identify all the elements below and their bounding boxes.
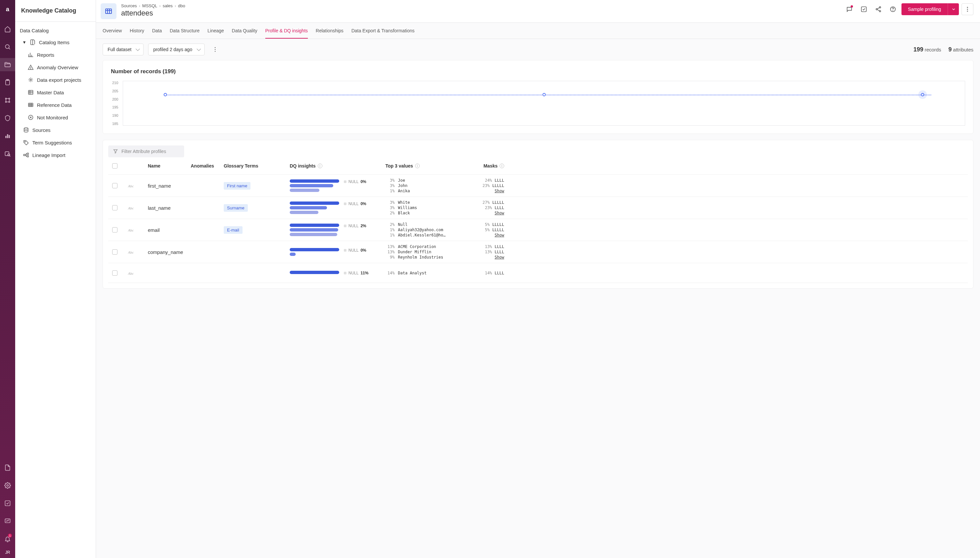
tree-item-data-export-projects[interactable]: Data export projects	[15, 74, 96, 86]
row-checkbox[interactable]	[112, 205, 117, 210]
notification-dot	[851, 5, 853, 8]
glossary-chip[interactable]: Surname	[224, 204, 248, 212]
tree-item-sources[interactable]: Sources	[15, 124, 96, 136]
tree-section-label[interactable]: Data Catalog	[15, 28, 96, 33]
tree-item-reports[interactable]: Reports	[15, 48, 96, 61]
svg-point-3	[5, 98, 6, 99]
row-checkbox[interactable]	[112, 227, 117, 233]
table-row[interactable]: Abclast_nameSurnameNULL0%3%White3%Willia…	[108, 197, 968, 219]
rail-nodes-icon[interactable]	[0, 94, 15, 107]
tree-item-term-suggestions[interactable]: Term Suggestions	[15, 136, 96, 149]
table-row[interactable]: AbcNULL11%14%Data Analyst14%LLLL	[108, 263, 968, 283]
svg-point-35	[214, 47, 215, 48]
rail-shield-icon[interactable]	[0, 112, 15, 125]
breadcrumb-item[interactable]: dbo	[178, 3, 186, 8]
show-link[interactable]: Show	[495, 255, 504, 259]
tree-item-lineage-import[interactable]: Lineage Import	[15, 149, 96, 161]
info-icon[interactable]: i	[415, 164, 420, 168]
svg-point-0	[5, 44, 9, 48]
approve-button[interactable]	[858, 3, 870, 15]
rail-check-icon[interactable]	[0, 497, 15, 510]
tab-profile-dq-insights[interactable]: Profile & DQ insights	[265, 23, 308, 39]
info-icon[interactable]: i	[500, 164, 504, 168]
table-row[interactable]: Abccompany_nameNULL0%13%ACME Corporation…	[108, 241, 968, 263]
share-button[interactable]	[872, 3, 884, 15]
glossary-chip[interactable]: E-mail	[224, 226, 243, 234]
rail-avatar[interactable]: JR	[5, 550, 10, 555]
tree-item-reference-data[interactable]: Reference Data	[15, 98, 96, 111]
rail-analytics-icon[interactable]	[0, 129, 15, 143]
breadcrumb-item[interactable]: MSSQL	[142, 3, 158, 8]
comment-button[interactable]	[844, 3, 855, 15]
svg-rect-17	[28, 90, 33, 94]
more-button[interactable]	[962, 3, 973, 15]
help-button[interactable]	[887, 3, 899, 15]
col-masks[interactable]: Masksi	[461, 163, 504, 169]
filter-input[interactable]: Filter Attribute profiles	[108, 145, 184, 157]
rail-monitor-icon[interactable]	[0, 514, 15, 528]
breadcrumb-item[interactable]: sales	[163, 3, 173, 8]
masks-col: 5%LLLLL5%LLLLLShow	[461, 222, 504, 238]
show-link[interactable]: Show	[495, 189, 504, 193]
app-logo[interactable]: a	[0, 3, 15, 15]
tree-root-item[interactable]: ▾ Catalog Items	[15, 36, 96, 48]
show-link[interactable]: Show	[495, 233, 504, 238]
glossary-chip[interactable]: First name	[224, 182, 250, 190]
chart-area[interactable]	[123, 81, 965, 126]
page-header: Sources›MSSQL›sales›dbo attendees Sample…	[96, 0, 980, 23]
top3-values: 3%White3%Williams2%Black	[385, 200, 461, 215]
col-top3[interactable]: Top 3 valuesi	[385, 163, 461, 169]
table-row[interactable]: AbcemailE-mailNULL2%2%Null1%Aaliyah32@ya…	[108, 219, 968, 241]
filter-placeholder: Filter Attribute profiles	[122, 149, 166, 154]
tab-overview[interactable]: Overview	[103, 23, 122, 39]
rail-catalog-icon[interactable]	[0, 58, 15, 71]
col-name[interactable]: Name	[148, 163, 191, 169]
tree-item-not-monitored[interactable]: Not Monitored	[15, 111, 96, 124]
tree-item-master-data[interactable]: Master Data	[15, 86, 96, 98]
breadcrumb-sep: ›	[159, 3, 161, 8]
svg-rect-13	[5, 501, 10, 506]
row-checkbox[interactable]	[112, 249, 117, 254]
profiled-select[interactable]: profiled 2 days ago	[148, 44, 204, 56]
flow-icon	[23, 152, 29, 158]
stack-icon	[23, 127, 29, 133]
tab-data-structure[interactable]: Data Structure	[170, 23, 200, 39]
rail-explore-icon[interactable]	[0, 147, 15, 160]
tab-relationships[interactable]: Relationships	[316, 23, 344, 39]
tab-data[interactable]: Data	[152, 23, 162, 39]
col-glossary[interactable]: Glossary Terms	[224, 163, 290, 169]
sample-profiling-caret[interactable]	[948, 3, 959, 15]
select-all-checkbox[interactable]	[112, 163, 117, 169]
toolbar-more-button[interactable]	[209, 44, 221, 56]
tab-data-export-transformations[interactable]: Data Export & Transformations	[352, 23, 414, 39]
sample-profiling-button[interactable]: Sample profiling	[901, 3, 948, 15]
null-indicator: NULL2%	[344, 223, 366, 228]
svg-point-12	[7, 485, 8, 486]
null-indicator: NULL0%	[344, 248, 366, 253]
rail-document-icon[interactable]	[0, 461, 15, 474]
tab-lineage[interactable]: Lineage	[207, 23, 224, 39]
tab-history[interactable]: History	[130, 23, 144, 39]
show-link[interactable]: Show	[495, 211, 504, 215]
table-row[interactable]: Abcfirst_nameFirst nameNULL0%3%Joe3%John…	[108, 175, 968, 197]
chart-point[interactable]	[543, 93, 546, 96]
row-checkbox[interactable]	[112, 183, 117, 188]
breadcrumb-item[interactable]: Sources	[121, 3, 137, 8]
chart-point[interactable]	[164, 93, 167, 96]
tree-item-anomaly-overview[interactable]: Anomaly Overview	[15, 61, 96, 74]
records-count: 199records	[913, 46, 941, 53]
rail-clipboard-icon[interactable]	[0, 76, 15, 89]
rail-search-icon[interactable]	[0, 40, 15, 53]
col-dq[interactable]: DQ insightsi	[290, 163, 385, 169]
page-title: attendees	[121, 9, 185, 18]
dataset-select[interactable]: Full dataset	[103, 44, 143, 56]
chart-point-active[interactable]	[921, 93, 924, 96]
row-checkbox[interactable]	[112, 271, 117, 276]
col-anomalies[interactable]: Anomalies	[191, 163, 224, 169]
rail-settings-icon[interactable]	[0, 479, 15, 492]
tab-data-quality[interactable]: Data Quality	[232, 23, 257, 39]
rail-home-icon[interactable]	[0, 23, 15, 36]
info-icon[interactable]: i	[318, 164, 322, 168]
rail-bell-icon[interactable]: 1	[0, 532, 15, 545]
dq-bars	[290, 271, 339, 274]
